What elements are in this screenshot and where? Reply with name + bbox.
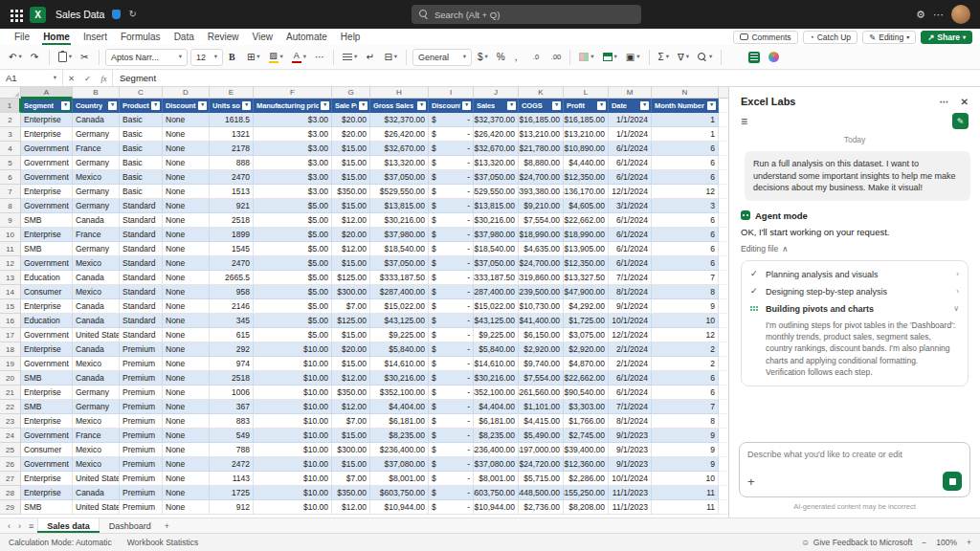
cell-J17[interactable]: $9,225.00 <box>474 328 519 342</box>
cell-I18[interactable]: $- <box>429 342 474 357</box>
cell-M22[interactable]: 7/1/2024 <box>609 400 652 414</box>
cell-H22[interactable]: $4,404.00 <box>370 400 429 414</box>
cell-D13[interactable]: None <box>163 271 210 285</box>
cell-N9[interactable]: 6 <box>652 213 719 228</box>
cell-D10[interactable]: None <box>163 228 210 242</box>
cell-N1[interactable]: Month Number▾ <box>652 99 719 113</box>
cell-L21[interactable]: $90,540.00 <box>564 386 609 400</box>
chat-input[interactable] <box>747 450 962 472</box>
cell-K13[interactable]: $319,860.00 <box>519 271 564 285</box>
cell-M3[interactable]: 1/1/2024 <box>609 127 652 142</box>
cell-B8[interactable]: Germany <box>73 199 120 213</box>
cell-L8[interactable]: $4,605.00 <box>564 199 609 213</box>
row-header-8[interactable]: 8 <box>0 199 21 213</box>
cell-E4[interactable]: 2178 <box>210 142 254 156</box>
filter-icon-C[interactable]: ▾ <box>151 101 160 110</box>
cell-F29[interactable]: $10.00 <box>254 500 332 515</box>
cell-H18[interactable]: $5,840.00 <box>370 342 429 357</box>
cell-C21[interactable]: Premium <box>120 386 163 400</box>
ribbon-more-button[interactable] <box>727 48 743 67</box>
cell-F9[interactable]: $5.00 <box>254 213 332 228</box>
cell-D21[interactable]: None <box>163 386 210 400</box>
cell-M26[interactable]: 9/1/2023 <box>609 457 652 472</box>
cell-D8[interactable]: None <box>163 199 210 213</box>
cell-M5[interactable]: 6/1/2024 <box>609 156 652 170</box>
cell-G13[interactable]: $125.00 <box>332 271 370 285</box>
cell-H23[interactable]: $6,181.00 <box>370 414 429 429</box>
cell-K3[interactable]: $13,210.00 <box>519 127 564 142</box>
cell-I22[interactable]: $- <box>429 400 474 414</box>
cell-I27[interactable]: $- <box>429 472 474 486</box>
cell-J13[interactable]: $333,187.50 <box>474 271 519 285</box>
cell-F8[interactable]: $5.00 <box>254 199 332 213</box>
tab-insert[interactable]: Insert <box>77 29 114 45</box>
agent-step-designing-step-by-step-analysis[interactable]: ✓Designing step-by-step analysis› <box>750 283 959 300</box>
cell-E13[interactable]: 2665.5 <box>210 271 254 285</box>
cell-I29[interactable]: $- <box>429 500 474 515</box>
cell-H20[interactable]: $30,216.00 <box>370 371 429 386</box>
cell-C12[interactable]: Standard <box>120 256 163 271</box>
cell-K23[interactable]: $4,415.00 <box>519 414 564 429</box>
cell-J21[interactable]: $352,100.00 <box>474 386 519 400</box>
cell-B17[interactable]: United States <box>73 328 120 342</box>
cell-B10[interactable]: France <box>73 228 120 242</box>
cell-M4[interactable]: 6/1/2024 <box>609 142 652 156</box>
cell-G23[interactable]: $7.00 <box>332 414 370 429</box>
bold-button[interactable]: B <box>226 48 241 67</box>
cell-styles-button[interactable]: ▣▾ <box>623 48 643 67</box>
cell-G21[interactable]: $350.00 <box>332 386 370 400</box>
row-header-26[interactable]: 26 <box>0 457 21 472</box>
tab-help[interactable]: Help <box>334 29 368 45</box>
cell-C15[interactable]: Standard <box>120 299 163 314</box>
cell-G9[interactable]: $12.00 <box>332 213 370 228</box>
cell-I28[interactable]: $- <box>429 486 474 500</box>
cell-D7[interactable]: None <box>163 185 210 199</box>
cell-A12[interactable]: Government <box>21 256 73 271</box>
tab-review[interactable]: Review <box>201 29 246 45</box>
cell-H17[interactable]: $9,225.00 <box>370 328 429 342</box>
cell-C19[interactable]: Premium <box>120 357 163 371</box>
filter-icon-H[interactable]: ▾ <box>417 101 426 110</box>
cell-C13[interactable]: Standard <box>120 271 163 285</box>
cell-A3[interactable]: Enterprise <box>21 127 73 142</box>
row-header-21[interactable]: 21 <box>0 386 21 400</box>
cell-A1[interactable]: Segment▾ <box>21 99 73 113</box>
cell-H25[interactable]: $236,400.00 <box>370 443 429 457</box>
row-header-18[interactable]: 18 <box>0 342 21 357</box>
cell-N6[interactable]: 6 <box>652 170 719 185</box>
cell-L17[interactable]: $3,075.00 <box>564 328 609 342</box>
merge-center-button[interactable]: ⊟▾ <box>381 48 400 67</box>
cell-F11[interactable]: $5.00 <box>254 242 332 256</box>
cell-N17[interactable]: 12 <box>652 328 719 342</box>
cell-B24[interactable]: France <box>73 429 120 443</box>
cell-L28[interactable]: $155,250.00 <box>564 486 609 500</box>
cell-N27[interactable]: 10 <box>652 472 719 486</box>
cell-E17[interactable]: 615 <box>210 328 254 342</box>
cell-M7[interactable]: 12/1/2024 <box>609 185 652 199</box>
cell-M24[interactable]: 9/1/2023 <box>609 429 652 443</box>
cell-A15[interactable]: Enterprise <box>21 299 73 314</box>
cell-I5[interactable]: $- <box>429 156 474 170</box>
cell-M12[interactable]: 6/1/2024 <box>609 256 652 271</box>
cell-J27[interactable]: $8,001.00 <box>474 472 519 486</box>
cell-L7[interactable]: $136,170.00 <box>564 185 609 199</box>
cell-D15[interactable]: None <box>163 299 210 314</box>
cell-I26[interactable]: $- <box>429 457 474 472</box>
cell-B26[interactable]: Mexico <box>73 457 120 472</box>
cell-H24[interactable]: $8,235.00 <box>370 429 429 443</box>
cell-G5[interactable]: $15.00 <box>332 156 370 170</box>
cell-N11[interactable]: 6 <box>652 242 719 256</box>
analyze-data-button[interactable] <box>746 48 763 67</box>
row-header-27[interactable]: 27 <box>0 472 21 486</box>
cell-J4[interactable]: $32,670.00 <box>474 142 519 156</box>
cell-C11[interactable]: Standard <box>120 242 163 256</box>
cell-B23[interactable]: Mexico <box>73 414 120 429</box>
row-header-24[interactable]: 24 <box>0 429 21 443</box>
cell-N3[interactable]: 1 <box>652 127 719 142</box>
row-header-16[interactable]: 16 <box>0 314 21 328</box>
cell-C1[interactable]: Product▾ <box>120 99 163 113</box>
cell-K17[interactable]: $6,150.00 <box>519 328 564 342</box>
cell-C5[interactable]: Basic <box>120 156 163 170</box>
cell-N7[interactable]: 12 <box>652 185 719 199</box>
app-launcher-icon[interactable] <box>10 9 22 21</box>
